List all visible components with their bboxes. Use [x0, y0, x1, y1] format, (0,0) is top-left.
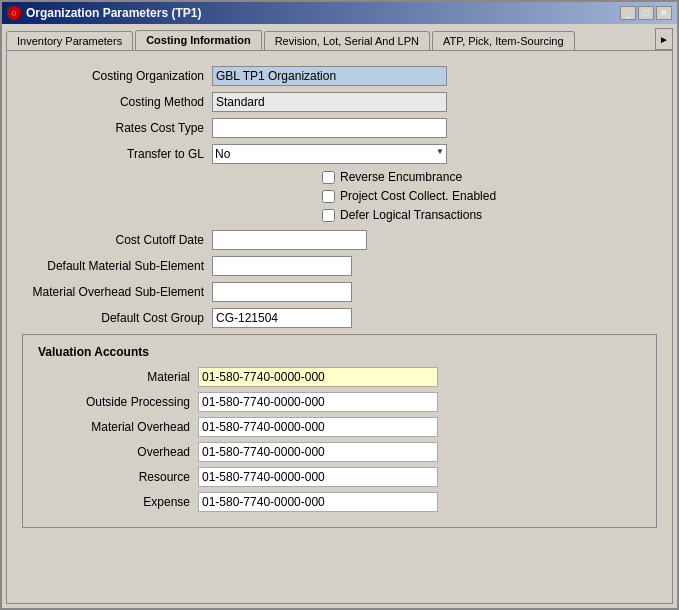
costing-method-input[interactable]	[212, 92, 447, 112]
cost-cutoff-row: Cost Cutoff Date	[22, 230, 657, 250]
close-button[interactable]: ✕	[656, 6, 672, 20]
val-resource-row: Resource	[38, 467, 641, 487]
rates-cost-type-input[interactable]	[212, 118, 447, 138]
val-outside-processing-row: Outside Processing	[38, 392, 641, 412]
tab-scroll-button[interactable]: ►	[655, 28, 673, 50]
val-resource-input[interactable]	[198, 467, 438, 487]
transfer-to-gl-wrapper: No Yes	[212, 144, 447, 164]
val-outside-processing-label: Outside Processing	[38, 395, 198, 409]
costing-org-input[interactable]	[212, 66, 447, 86]
valuation-accounts-title: Valuation Accounts	[38, 345, 641, 359]
val-overhead-row: Overhead	[38, 442, 641, 462]
defer-logical-label: Defer Logical Transactions	[340, 208, 482, 222]
material-overhead-sub-input[interactable]	[212, 282, 352, 302]
tab-revision[interactable]: Revision, Lot, Serial And LPN	[264, 31, 430, 50]
tab-atp[interactable]: ATP, Pick, Item-Sourcing	[432, 31, 575, 50]
tab-bar: Inventory Parameters Costing Information…	[2, 24, 677, 50]
tab-costing[interactable]: Costing Information	[135, 30, 262, 50]
cost-cutoff-input[interactable]	[212, 230, 367, 250]
defer-logical-row: Defer Logical Transactions	[322, 208, 657, 222]
content-area: Costing Organization Costing Method Rate…	[6, 50, 673, 604]
tab-inventory[interactable]: Inventory Parameters	[6, 31, 133, 50]
val-expense-input[interactable]	[198, 492, 438, 512]
costing-org-row: Costing Organization	[22, 66, 657, 86]
costing-org-label: Costing Organization	[22, 69, 212, 83]
transfer-to-gl-label: Transfer to GL	[22, 147, 212, 161]
val-material-overhead-input[interactable]	[198, 417, 438, 437]
title-bar-left: ○ Organization Parameters (TP1)	[7, 6, 201, 20]
costing-method-label: Costing Method	[22, 95, 212, 109]
cost-cutoff-label: Cost Cutoff Date	[22, 233, 212, 247]
project-cost-label: Project Cost Collect. Enabled	[340, 189, 496, 203]
val-material-row: Material	[38, 367, 641, 387]
title-buttons: _ □ ✕	[620, 6, 672, 20]
default-cost-group-label: Default Cost Group	[22, 311, 212, 325]
val-material-label: Material	[38, 370, 198, 384]
val-overhead-input[interactable]	[198, 442, 438, 462]
valuation-accounts-section: Valuation Accounts Material Outside Proc…	[22, 334, 657, 528]
default-material-sub-row: Default Material Sub-Element	[22, 256, 657, 276]
default-cost-group-input[interactable]	[212, 308, 352, 328]
rates-cost-type-row: Rates Cost Type	[22, 118, 657, 138]
val-outside-processing-input[interactable]	[198, 392, 438, 412]
maximize-button[interactable]: □	[638, 6, 654, 20]
transfer-to-gl-row: Transfer to GL No Yes	[22, 144, 657, 164]
title-bar: ○ Organization Parameters (TP1) _ □ ✕	[2, 2, 677, 24]
minimize-button[interactable]: _	[620, 6, 636, 20]
reverse-encumbrance-row: Reverse Encumbrance	[322, 170, 657, 184]
val-overhead-label: Overhead	[38, 445, 198, 459]
default-material-sub-label: Default Material Sub-Element	[22, 259, 212, 273]
material-overhead-sub-label: Material Overhead Sub-Element	[22, 285, 212, 299]
val-expense-row: Expense	[38, 492, 641, 512]
reverse-encumbrance-label: Reverse Encumbrance	[340, 170, 462, 184]
window-title: Organization Parameters (TP1)	[26, 6, 201, 20]
rates-cost-type-label: Rates Cost Type	[22, 121, 212, 135]
default-cost-group-row: Default Cost Group	[22, 308, 657, 328]
val-expense-label: Expense	[38, 495, 198, 509]
project-cost-row: Project Cost Collect. Enabled	[322, 189, 657, 203]
defer-logical-checkbox[interactable]	[322, 209, 335, 222]
val-resource-label: Resource	[38, 470, 198, 484]
main-window: ○ Organization Parameters (TP1) _ □ ✕ In…	[0, 0, 679, 610]
val-material-input[interactable]	[198, 367, 438, 387]
reverse-encumbrance-checkbox[interactable]	[322, 171, 335, 184]
project-cost-checkbox[interactable]	[322, 190, 335, 203]
val-material-overhead-row: Material Overhead	[38, 417, 641, 437]
val-material-overhead-label: Material Overhead	[38, 420, 198, 434]
app-icon: ○	[7, 6, 21, 20]
material-overhead-sub-row: Material Overhead Sub-Element	[22, 282, 657, 302]
transfer-to-gl-select[interactable]: No Yes	[212, 144, 447, 164]
default-material-sub-input[interactable]	[212, 256, 352, 276]
costing-method-row: Costing Method	[22, 92, 657, 112]
